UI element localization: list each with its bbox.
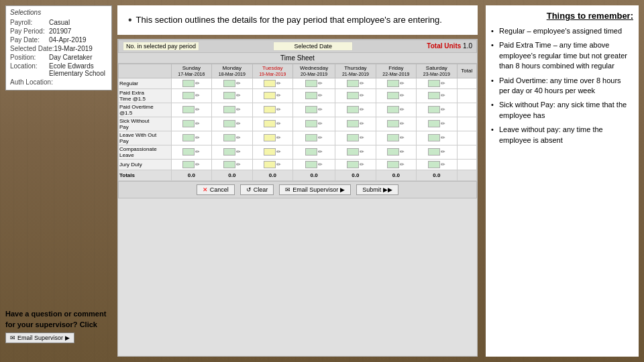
list-item: Sick without Pay: any sick time that the… bbox=[491, 100, 633, 121]
row-label-lwop: Leave With OutPay bbox=[119, 131, 172, 145]
cell-extra-sun: ✏ bbox=[171, 88, 211, 103]
clear-icon: ↺ bbox=[246, 186, 252, 193]
cell-comp-mon: ✏ bbox=[212, 145, 252, 159]
email-supervisor-button-left[interactable]: ✉ Email Supervisor ▶ bbox=[5, 333, 74, 343]
cell-total-mon: 0.0 bbox=[212, 170, 252, 180]
cell-extra-fri: ✏ bbox=[376, 88, 416, 103]
cell-regular-fri: ✏ bbox=[376, 78, 416, 88]
table-row: Paid Overtime@1.5 ✏ ✏ ✏ ✏ ✏ ✏ ✏ bbox=[119, 103, 477, 117]
cell-comp-tot bbox=[457, 145, 476, 159]
cancel-button[interactable]: ✕ Cancel bbox=[197, 184, 235, 195]
cell-regular-sat: ✏ bbox=[417, 78, 457, 88]
cell-comp-sun: ✏ bbox=[171, 145, 211, 159]
cell-jury-mon: ✏ bbox=[212, 159, 252, 170]
selection-position: Position: Day Caretaker bbox=[10, 54, 107, 61]
row-label-compassionate: CompassionateLeave bbox=[119, 145, 172, 159]
cell-comp-wed: ✏ bbox=[293, 145, 335, 159]
cell-ot-tot bbox=[457, 103, 476, 117]
selected-date-label: Selected Date bbox=[273, 42, 353, 51]
bullet-dot: • bbox=[128, 13, 132, 26]
submit-icon: ▶▶ bbox=[383, 186, 392, 193]
things-to-remember-box: Things to remember: Regular – employee's… bbox=[486, 5, 639, 357]
main-content: • This section outlines the details for … bbox=[117, 0, 483, 362]
cell-sick-wed: ✏ bbox=[293, 117, 335, 131]
cell-ot-thu: ✏ bbox=[335, 103, 376, 117]
left-panel: Selections Payroll: Casual Pay Period: 2… bbox=[0, 0, 117, 362]
timesheet-table: Sunday17-Mar-2016 Monday18-Mar-2019 Tues… bbox=[118, 64, 477, 181]
timesheet-header-bar: No. in selected pay period Selected Date… bbox=[118, 40, 477, 53]
cell-jury-thu: ✏ bbox=[335, 159, 376, 170]
cell-sick-tue: ✏ bbox=[252, 117, 292, 131]
clear-button[interactable]: ↺ Clear bbox=[240, 184, 274, 195]
cell-regular-wed: ✏ bbox=[293, 78, 335, 88]
arrow-icon-bottom: ▶ bbox=[340, 186, 345, 193]
cell-regular-mon: ✏ bbox=[212, 78, 252, 88]
cell-jury-tue: ✏ bbox=[252, 159, 292, 170]
cell-ot-sun: ✏ bbox=[171, 103, 211, 117]
cell-sick-thu: ✏ bbox=[335, 117, 376, 131]
cell-comp-thu: ✏ bbox=[335, 145, 376, 159]
cell-lwop-tot bbox=[457, 131, 476, 145]
table-row: Jury Duty ✏ ✏ ✏ ✏ ✏ ✏ ✏ bbox=[119, 159, 477, 170]
selection-pay-date: Pay Date: 04-Apr-2019 bbox=[10, 36, 107, 44]
cell-total-sat: 0.0 bbox=[417, 170, 457, 180]
cell-ot-sat: ✏ bbox=[417, 103, 457, 117]
table-row: Leave With OutPay ✏ ✏ ✏ ✏ ✏ ✏ ✏ bbox=[119, 131, 477, 145]
cell-ot-mon: ✏ bbox=[212, 103, 252, 117]
table-row: Sick WithoutPay ✏ ✏ ✏ ✏ ✏ ✏ ✏ bbox=[119, 117, 477, 131]
list-item: Regular – employee's assigned timed bbox=[491, 26, 633, 36]
th-monday: Monday18-Mar-2019 bbox=[212, 64, 252, 78]
cell-jury-sat: ✏ bbox=[417, 159, 457, 170]
th-row-label bbox=[119, 64, 172, 78]
cell-lwop-sun: ✏ bbox=[171, 131, 211, 145]
cell-extra-sat: ✏ bbox=[417, 88, 457, 103]
cell-sick-fri: ✏ bbox=[376, 117, 416, 131]
email-icon-bottom: ✉ bbox=[285, 186, 290, 193]
cell-total-tue: 0.0 bbox=[252, 170, 292, 180]
email-supervisor-button-bottom[interactable]: ✉ Email Supervisor ▶ bbox=[279, 184, 351, 195]
cell-extra-tot bbox=[457, 88, 476, 103]
cell-extra-thu: ✏ bbox=[335, 88, 376, 103]
list-item: Leave without pay: any time the employee… bbox=[491, 125, 633, 145]
cell-comp-sat: ✏ bbox=[417, 145, 457, 159]
cell-sick-sun: ✏ bbox=[171, 117, 211, 131]
row-label-jury: Jury Duty bbox=[119, 159, 172, 170]
th-tuesday: Tuesday19-Mar-2019 bbox=[252, 64, 292, 78]
cell-total-wed: 0.0 bbox=[293, 170, 335, 180]
submit-button[interactable]: Submit ▶▶ bbox=[356, 184, 398, 195]
no-in-period-label: No. in selected pay period bbox=[123, 42, 199, 51]
cell-sick-tot bbox=[457, 117, 476, 131]
table-row: Paid ExtraTime @1.5 ✏ ✏ ✏ ✏ ✏ ✏ ✏ bbox=[119, 88, 477, 103]
table-row: CompassionateLeave ✏ ✏ ✏ ✏ ✏ ✏ ✏ bbox=[119, 145, 477, 159]
arrow-icon-left: ▶ bbox=[65, 335, 70, 341]
list-item: Paid Extra Time – any time above employe… bbox=[491, 40, 633, 71]
selection-selected-date: Selected Date: 19-Mar-2019 bbox=[10, 45, 107, 52]
row-label-totals: Totals bbox=[119, 170, 172, 180]
cell-jury-tot bbox=[457, 159, 476, 170]
cancel-icon: ✕ bbox=[203, 186, 208, 193]
cell-ot-fri: ✏ bbox=[376, 103, 416, 117]
cell-comp-fri: ✏ bbox=[376, 145, 416, 159]
email-icon-left: ✉ bbox=[10, 335, 15, 341]
cell-total-all bbox=[457, 170, 476, 180]
cell-sick-sat: ✏ bbox=[417, 117, 457, 131]
cell-jury-wed: ✏ bbox=[293, 159, 335, 170]
th-friday: Friday22-Mar-2019 bbox=[376, 64, 416, 78]
cell-lwop-wed: ✏ bbox=[293, 131, 335, 145]
selections-title: Selections bbox=[10, 9, 107, 16]
cell-total-sun: 0.0 bbox=[171, 170, 211, 180]
selection-pay-period: Pay Period: 201907 bbox=[10, 27, 107, 35]
cell-ot-tue: ✏ bbox=[252, 103, 292, 117]
cell-extra-wed: ✏ bbox=[293, 88, 335, 103]
row-label-regular: Regular bbox=[119, 78, 172, 88]
cell-regular-tue: ✏ bbox=[252, 78, 292, 88]
table-header-days: Sunday17-Mar-2016 Monday18-Mar-2019 Tues… bbox=[119, 64, 477, 78]
intro-section: • This section outlines the details for … bbox=[117, 5, 478, 35]
cell-total-thu: 0.0 bbox=[335, 170, 376, 180]
th-saturday: Saturday23-Mar-2019 bbox=[417, 64, 457, 78]
cell-jury-fri: ✏ bbox=[376, 159, 416, 170]
cell-extra-mon: ✏ bbox=[212, 88, 252, 103]
selection-location: Location: Ecole Edwards Elementary Schoo… bbox=[10, 62, 107, 77]
selections-box: Selections Payroll: Casual Pay Period: 2… bbox=[5, 5, 112, 90]
cell-regular-sun: ✏ bbox=[171, 78, 211, 88]
